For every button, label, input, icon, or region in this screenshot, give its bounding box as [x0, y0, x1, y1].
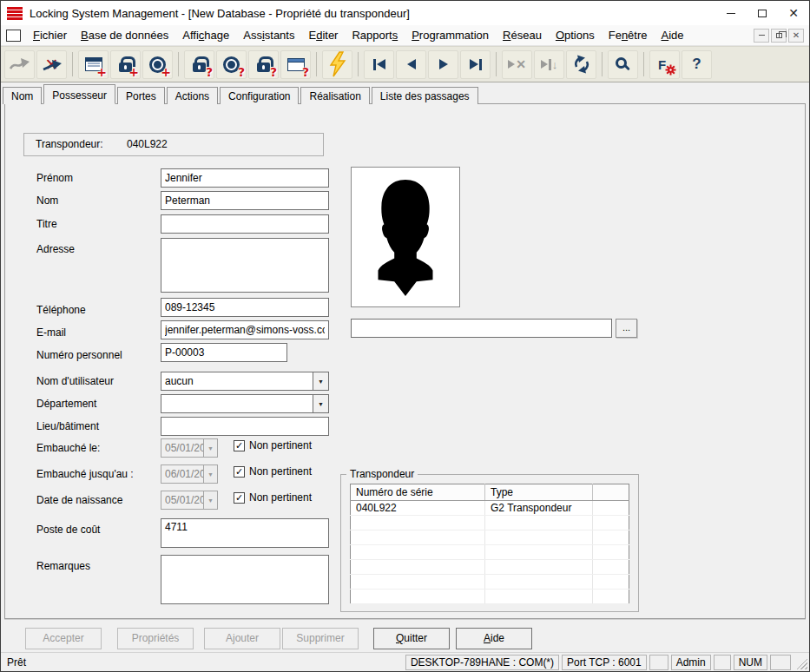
menu-rapports[interactable]: Rapports	[345, 26, 405, 44]
mdi-minimize-button[interactable]	[754, 29, 769, 43]
prenom-input[interactable]	[161, 168, 329, 188]
document-icon[interactable]	[6, 30, 21, 42]
non-pertinent-label: Non pertinent	[249, 465, 312, 478]
tab-possesseur[interactable]: Possesseur	[43, 84, 115, 104]
new-locking-plan-button[interactable]: +	[78, 50, 109, 79]
browse-button[interactable]: ...	[616, 319, 637, 338]
cancel-button[interactable]: ✕	[502, 50, 532, 79]
checkmark-icon[interactable]: ✓	[234, 492, 245, 504]
col-numero-de-serie[interactable]: Numéro de série	[351, 484, 485, 501]
program-button[interactable]	[322, 50, 352, 79]
proprietes-button[interactable]: Propriétés	[117, 628, 194, 649]
tab-liste-des-passages[interactable]: Liste des passages	[372, 87, 478, 104]
checkmark-icon[interactable]: ✓	[234, 466, 245, 478]
menu-aide[interactable]: Aide	[655, 26, 691, 44]
quitter-button[interactable]: Quitter	[373, 628, 450, 649]
remarques-textarea[interactable]	[161, 555, 329, 604]
read-lock-2-button[interactable]: ?	[248, 50, 279, 79]
lieu-batiment-label: Lieu/bâtiment	[36, 420, 99, 432]
chevron-down-icon[interactable]: ▼	[313, 395, 328, 412]
menu-affichage[interactable]: Affichage	[175, 26, 236, 44]
chevron-down-icon: ▼	[203, 439, 217, 457]
chevron-down-icon: ▼	[203, 465, 217, 483]
search-button[interactable]	[608, 50, 638, 79]
menu-fenetre[interactable]: Fenêtre	[602, 26, 655, 44]
mdi-restore-button[interactable]	[771, 29, 787, 43]
nav-next-button[interactable]	[428, 50, 458, 79]
help-button[interactable]: ?	[682, 50, 712, 79]
chevron-down-icon[interactable]: ▼	[313, 372, 328, 390]
embauche-le-non-pertinent-checkbox[interactable]: ✓ Non pertinent	[234, 439, 312, 451]
menu-options[interactable]: Options	[549, 26, 602, 44]
ajouter-button[interactable]: Ajouter	[204, 628, 280, 649]
col-type[interactable]: Type	[485, 484, 593, 501]
menu-reseau[interactable]: Réseau	[496, 26, 549, 44]
tab-realisation[interactable]: Réalisation	[300, 87, 369, 104]
disconnect-button[interactable]: ✕	[36, 50, 67, 79]
lieu-batiment-input[interactable]	[161, 417, 329, 436]
nav-prev-button[interactable]	[396, 50, 426, 79]
possesseur-page: Transpondeur: 040L922 Prénom Nom Titre A…	[4, 103, 806, 619]
title-bar: Locking System Management - [New Databas…	[1, 1, 809, 25]
mdi-restore-icon	[776, 33, 782, 38]
supprimer-button[interactable]: Supprimer	[282, 628, 359, 649]
titre-input[interactable]	[161, 214, 329, 234]
filter-settings-button[interactable]: F	[649, 50, 680, 79]
person-silhouette-icon	[352, 168, 459, 306]
poste-de-cout-textarea[interactable]: 4711	[161, 518, 329, 548]
tab-portes[interactable]: Portes	[117, 87, 165, 104]
toolbar-separator	[643, 52, 644, 76]
transponder-table[interactable]: Numéro de série Type 040L922 G2 Transpon…	[350, 484, 629, 604]
nom-utilisateur-select[interactable]: aucun ▼	[161, 372, 329, 391]
checkmark-icon[interactable]: ✓	[234, 440, 245, 451]
resize-grip[interactable]	[794, 656, 807, 669]
aide-button[interactable]: Aide	[456, 628, 532, 649]
menu-fichier[interactable]: Fichier	[26, 26, 74, 44]
tab-actions[interactable]: Actions	[167, 87, 218, 104]
maximize-button[interactable]	[747, 1, 778, 25]
cell-type[interactable]: G2 Transpondeur	[485, 501, 593, 516]
nav-first-button[interactable]	[364, 50, 394, 79]
cell-extra[interactable]	[593, 501, 629, 516]
first-record-icon	[373, 59, 385, 70]
menu-programmation[interactable]: Programmation	[405, 26, 496, 44]
email-input[interactable]	[161, 320, 329, 339]
new-lock-button[interactable]: +	[110, 50, 141, 79]
nom-input[interactable]	[161, 191, 329, 210]
status-host: DESKTOP-789HANE : COM(*)	[405, 655, 559, 670]
numero-personnel-label: Numéro personnel	[36, 349, 122, 361]
adresse-textarea[interactable]	[161, 238, 329, 293]
table-row[interactable]: 040L922 G2 Transpondeur	[351, 501, 629, 516]
tab-configuration[interactable]: Configuration	[220, 87, 299, 104]
jump-down-button[interactable]: ↓	[534, 50, 564, 79]
menu-base-de-donnees[interactable]: Base de données	[74, 26, 175, 44]
menu-assistants[interactable]: Assistants	[236, 26, 301, 44]
minimize-button[interactable]	[715, 1, 747, 25]
plus-badge-icon: +	[128, 66, 139, 78]
read-window-button[interactable]: ?	[280, 50, 311, 79]
transponder-header-box: Transpondeur: 040L922	[23, 133, 324, 156]
accepter-button[interactable]: Accepter	[25, 628, 102, 649]
numero-personnel-input[interactable]	[161, 343, 287, 362]
embauche-jusquau-label: Embauché jusqu'au :	[36, 468, 134, 480]
tab-nom[interactable]: Nom	[3, 87, 42, 104]
departement-select[interactable]: ▼	[161, 394, 329, 413]
last-record-icon	[470, 59, 482, 70]
date-naissance-non-pertinent-checkbox[interactable]: ✓ Non pertinent	[234, 491, 312, 504]
embauche-jusquau-value: 06/01/201	[161, 465, 203, 483]
embauche-jusquau-non-pertinent-checkbox[interactable]: ✓ Non pertinent	[234, 465, 312, 478]
telephone-input[interactable]	[161, 298, 329, 317]
col-extra[interactable]	[593, 484, 629, 501]
history-arrow-button[interactable]	[4, 50, 35, 79]
mdi-close-button[interactable]: ✕	[788, 29, 804, 43]
cell-serial[interactable]: 040L922	[351, 501, 485, 516]
menu-editer[interactable]: Editer	[301, 26, 345, 44]
photo-path-input[interactable]	[351, 319, 612, 338]
read-lock-button[interactable]: ?	[184, 50, 214, 79]
new-transponder-button[interactable]: +	[142, 50, 173, 79]
nav-last-button[interactable]	[460, 50, 491, 79]
read-transponder-button[interactable]: ?	[216, 50, 247, 79]
close-button[interactable]: ✕	[778, 1, 809, 25]
status-empty-3	[770, 655, 791, 670]
refresh-button[interactable]	[566, 50, 596, 79]
